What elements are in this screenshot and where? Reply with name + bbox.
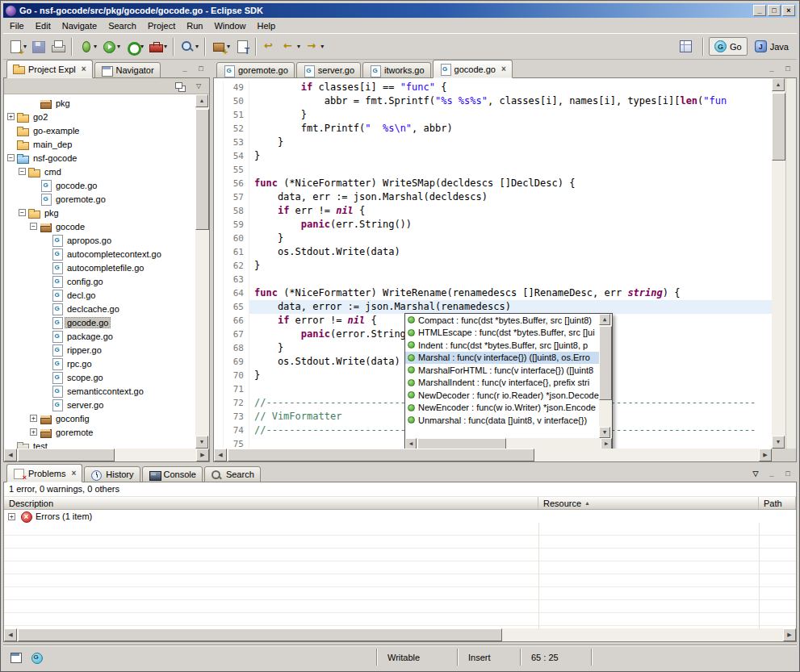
problems-row-errors[interactable]: + Errors (1 item) xyxy=(4,510,796,523)
view-menu-button[interactable]: ▽ xyxy=(748,467,763,480)
forward-button[interactable]: ▾ xyxy=(303,36,326,56)
search-button[interactable]: ▾ xyxy=(178,36,201,56)
back-button[interactable]: ▾ xyxy=(279,36,303,56)
scroll-left-button[interactable]: ◀ xyxy=(4,449,17,461)
dropdown-arrow-icon[interactable]: ▾ xyxy=(117,43,120,50)
collapse-icon[interactable]: − xyxy=(19,168,26,175)
code-line[interactable]: 65 data, error := json.Marshal(renamedes… xyxy=(214,300,772,314)
tree-item[interactable]: apropos.go xyxy=(4,233,195,247)
fast-view-button[interactable] xyxy=(6,649,24,666)
last-edit-location-button[interactable] xyxy=(260,36,279,56)
tree-item[interactable]: pkg xyxy=(4,96,195,110)
scroll-track[interactable] xyxy=(227,449,759,461)
column-header-path[interactable]: Path xyxy=(759,497,796,509)
column-header-description[interactable]: Description xyxy=(4,497,538,509)
scroll-thumb[interactable] xyxy=(228,449,534,461)
tree-item[interactable]: main_dep xyxy=(4,137,195,151)
minimize-view-button[interactable]: _ xyxy=(764,467,779,480)
code-editor[interactable]: 49 if classes[i] == "func" {50 abbr = fm… xyxy=(214,78,772,449)
tree-item[interactable]: goremote.go xyxy=(4,192,195,206)
tab-project-expl[interactable]: Project Expl× xyxy=(6,60,93,78)
maximize-view-button[interactable]: □ xyxy=(781,467,795,480)
dropdown-arrow-icon[interactable]: ▾ xyxy=(297,43,300,50)
tree-item[interactable]: package.go xyxy=(4,329,195,343)
minimize-button[interactable]: _ xyxy=(753,5,766,16)
save-button[interactable] xyxy=(29,36,48,56)
code-line[interactable]: 52 fmt.Printf(" %s\n", abbr) xyxy=(214,122,772,136)
code-line[interactable]: 62} xyxy=(214,259,772,273)
code-line[interactable]: 64func (*NiceFormatter) WriteRename(rena… xyxy=(214,286,772,300)
maximize-view-button[interactable]: □ xyxy=(194,62,208,75)
collapse-icon[interactable]: − xyxy=(30,223,37,230)
tab-gocode-go[interactable]: gocode.go× xyxy=(433,60,513,78)
tree-item[interactable]: go-example xyxy=(4,123,195,137)
tab-search[interactable]: Search xyxy=(204,466,261,482)
scroll-track[interactable] xyxy=(599,325,612,427)
tab-navigator[interactable]: Navigator xyxy=(94,62,161,78)
tab-server-go[interactable]: server.go xyxy=(296,62,361,78)
tree-item[interactable]: rpc.go xyxy=(4,357,195,370)
tab-problems[interactable]: Problems× xyxy=(6,464,82,482)
menu-file[interactable]: File xyxy=(4,19,30,32)
code-line[interactable]: 50 abbr = fmt.Sprintf("%s %s%s", classes… xyxy=(214,94,772,108)
minimize-view-button[interactable]: _ xyxy=(178,62,192,75)
tree-item[interactable]: gocode.go xyxy=(4,315,195,329)
scroll-left-button[interactable]: ◀ xyxy=(4,628,17,641)
scroll-down-button[interactable]: ▼ xyxy=(772,436,785,449)
tree-item[interactable]: +go2 xyxy=(4,110,195,123)
menu-project[interactable]: Project xyxy=(142,19,181,32)
scroll-thumb[interactable] xyxy=(417,438,506,449)
menu-window[interactable]: Window xyxy=(208,19,251,32)
scroll-right-button[interactable]: ▶ xyxy=(196,449,209,461)
expand-icon[interactable]: + xyxy=(30,428,37,436)
editor-horizontal-scrollbar[interactable]: ◀ ▶ xyxy=(214,449,796,461)
scroll-thumb[interactable] xyxy=(599,326,612,400)
open-type-button[interactable] xyxy=(232,36,252,56)
expand-icon[interactable]: + xyxy=(8,513,15,520)
titlebar[interactable]: Go - nsf-gocode/src/pkg/gocode/gocode.go… xyxy=(3,3,797,18)
explorer-horizontal-scrollbar[interactable]: ◀ ▶ xyxy=(4,449,209,461)
tree-item[interactable]: config.go xyxy=(4,274,195,288)
debug-button[interactable]: ▾ xyxy=(76,36,99,56)
collapse-all-button[interactable] xyxy=(172,79,188,93)
code-line[interactable]: 60 } xyxy=(214,232,772,245)
overview-ruler[interactable] xyxy=(785,78,796,449)
code-line[interactable]: 51 } xyxy=(214,108,772,122)
tree-item[interactable]: scope.go xyxy=(4,370,195,384)
scroll-right-button[interactable]: ▶ xyxy=(759,449,772,461)
autocomplete-item[interactable]: MarshalIndent : func(v interface{}, pref… xyxy=(405,377,599,390)
scroll-up-button[interactable]: ▲ xyxy=(599,314,610,325)
tree-item[interactable]: +goremote xyxy=(4,425,195,439)
tree-item[interactable]: server.go xyxy=(4,398,195,411)
view-menu-button[interactable]: ▽ xyxy=(191,79,207,93)
scroll-left-button[interactable]: ◀ xyxy=(214,449,227,461)
menu-navigate[interactable]: Navigate xyxy=(57,19,103,32)
autocomplete-item[interactable]: Marshal : func(v interface{}) ([]uint8, … xyxy=(405,352,599,365)
minimize-editor-button[interactable]: _ xyxy=(764,62,779,75)
close-icon[interactable]: × xyxy=(82,65,86,73)
scroll-right-button[interactable]: ▶ xyxy=(601,438,612,449)
autocomplete-item[interactable]: Unmarshal : func(data []uint8, v interfa… xyxy=(405,414,599,427)
explorer-vertical-scrollbar[interactable]: ▲ ▼ xyxy=(195,94,209,449)
scroll-thumb[interactable] xyxy=(772,93,785,161)
tree-item[interactable]: test xyxy=(4,439,195,449)
tree-item[interactable]: autocompletecontext.go xyxy=(4,247,195,261)
perspective-java-button[interactable]: Java xyxy=(749,37,794,56)
scroll-left-button[interactable]: ◀ xyxy=(405,438,417,449)
dropdown-arrow-icon[interactable]: ▾ xyxy=(320,43,324,50)
code-line[interactable]: 58 if err != nil { xyxy=(214,204,772,218)
tree-item[interactable]: decl.go xyxy=(4,288,195,302)
code-line[interactable]: 63 xyxy=(214,273,772,286)
scroll-up-button[interactable]: ▲ xyxy=(772,78,785,91)
go-status-button[interactable] xyxy=(27,649,45,666)
tree-item[interactable]: ripper.go xyxy=(4,343,195,357)
tree-item[interactable]: −cmd xyxy=(4,165,195,178)
run-last-launched-button[interactable]: ▾ xyxy=(123,36,146,56)
new-wizard-button[interactable]: ▾ xyxy=(6,36,29,56)
scroll-track[interactable] xyxy=(17,449,196,461)
collapse-icon[interactable]: − xyxy=(19,209,26,216)
autocomplete-item[interactable]: Indent : func(dst *bytes.Buffer, src []u… xyxy=(405,339,599,352)
expand-icon[interactable]: + xyxy=(7,113,15,120)
scroll-track[interactable] xyxy=(17,628,783,641)
autocomplete-horizontal-scrollbar[interactable]: ◀ ▶ xyxy=(405,438,612,449)
